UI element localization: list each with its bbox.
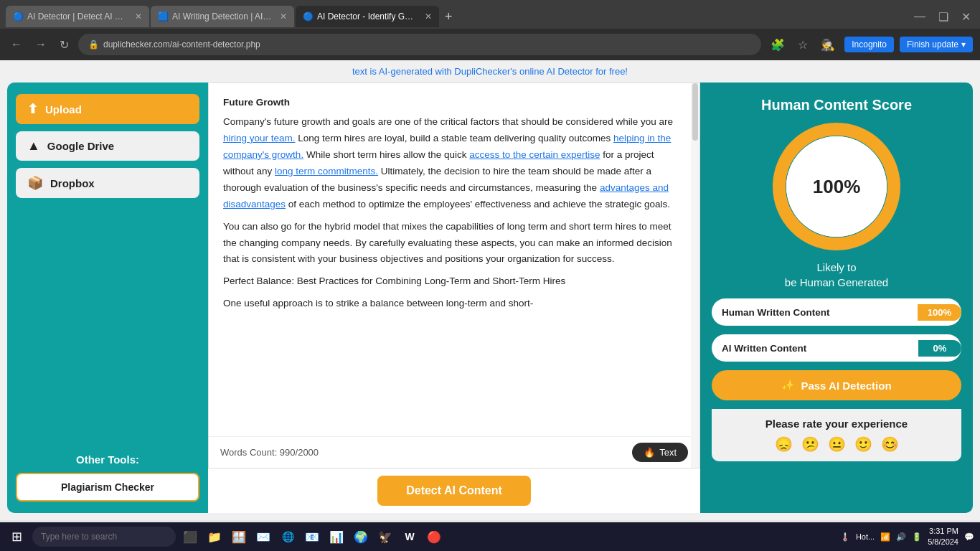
other-tools-label: Other Tools: xyxy=(16,453,199,466)
close-window-button[interactable]: ✕ xyxy=(958,9,974,25)
detect-ai-content-button[interactable]: Detect AI Content xyxy=(377,476,531,506)
back-button[interactable]: ← xyxy=(7,37,26,52)
network-icon: 📶 xyxy=(880,532,890,542)
google-drive-label: Google Drive xyxy=(47,140,114,152)
taskbar-search[interactable] xyxy=(32,527,176,547)
text-paragraph-2: You can also go for the hybrid model tha… xyxy=(223,219,685,268)
tab-3[interactable]: 🔵 AI Detector - Identify GPT3, G... ✕ xyxy=(296,6,439,27)
start-button[interactable]: ⊞ xyxy=(6,527,28,546)
excel-icon[interactable]: 📊 xyxy=(326,527,347,547)
score-title: Human Content Score xyxy=(712,97,961,113)
human-written-label: Human Written Content xyxy=(712,307,918,318)
dropbox-icon: 📦 xyxy=(27,175,43,191)
tab-1[interactable]: 🔵 AI Detector | Detect AI Conten... ✕ xyxy=(6,6,149,27)
rating-icons: 😞 😕 😐 🙂 😊 xyxy=(723,435,950,453)
rating-icon-5[interactable]: 😊 xyxy=(881,435,899,453)
human-written-bar: Human Written Content 100% xyxy=(712,298,961,326)
plagiarism-checker-button[interactable]: Plagiarism Checker xyxy=(16,473,199,501)
minimize-button[interactable]: — xyxy=(910,9,929,24)
temp-icon: 🌡️ xyxy=(840,532,850,542)
battery-icon: 🔋 xyxy=(912,532,922,542)
clock: 3:31 PM xyxy=(928,526,958,537)
text-panel: Future Growth Company's future growth an… xyxy=(208,83,700,468)
text-heading: Future Growth xyxy=(223,95,685,111)
tab-2[interactable]: 🟦 AI Writing Detection | AI Tools... ✕ xyxy=(151,6,294,27)
tab-3-favicon: 🔵 xyxy=(303,11,313,22)
finish-update-label: Finish update xyxy=(907,39,958,50)
outlook-icon[interactable]: 📧 xyxy=(302,527,322,547)
tool-area: ⬆ Upload ▲ Google Drive 📦 Dropbox Other … xyxy=(0,83,980,520)
rating-icon-1[interactable]: 😞 xyxy=(775,435,793,453)
store-icon[interactable]: 🪟 xyxy=(229,527,249,547)
maximize-button[interactable]: ❑ xyxy=(935,9,952,25)
rate-section: Please rate your experience 😞 😕 😐 🙂 😊 xyxy=(712,409,961,461)
left-sidebar: ⬆ Upload ▲ Google Drive 📦 Dropbox Other … xyxy=(7,83,208,513)
refresh-button[interactable]: ↻ xyxy=(56,37,72,53)
text-button[interactable]: 🔥 Text xyxy=(632,443,688,462)
text-paragraph-1: Company's future growth and goals are on… xyxy=(223,114,685,213)
star-button[interactable]: ☆ xyxy=(794,37,811,53)
time-display: 3:31 PM 5/8/2024 xyxy=(928,526,958,548)
incognito-icon-button[interactable]: 🕵️ xyxy=(817,37,839,53)
browser-chrome: 🔵 AI Detector | Detect AI Conten... ✕ 🟦 … xyxy=(0,0,980,60)
word-count: Words Count: 990/2000 xyxy=(220,447,319,458)
new-tab-button[interactable]: + xyxy=(440,9,457,24)
ai-written-score: 0% xyxy=(918,340,961,357)
rating-icon-3[interactable]: 😐 xyxy=(828,435,846,453)
rating-icon-4[interactable]: 🙂 xyxy=(854,435,872,453)
human-written-score: 100% xyxy=(918,304,961,321)
notification-icon[interactable]: 💬 xyxy=(964,532,974,542)
page-content: text is AI-generated with DupliChecker's… xyxy=(0,60,980,520)
tab-2-title: AI Writing Detection | AI Tools... xyxy=(172,11,273,22)
chevron-down-icon: ▾ xyxy=(961,39,966,50)
taskbar-right: 🌡️ Hot... 📶 🔊 🔋 3:31 PM 5/8/2024 💬 xyxy=(840,526,974,548)
volume-icon: 🔊 xyxy=(896,532,906,542)
upload-button[interactable]: ⬆ Upload xyxy=(16,94,199,124)
taskbar: ⊞ ⬛ 📁 🪟 ✉️ 🌐 📧 📊 🌍 🦅 W 🔴 🌡️ Hot... 📶 🔊 🔋… xyxy=(0,522,980,551)
lock-icon: 🔒 xyxy=(88,39,99,50)
score-value: 100% xyxy=(813,176,861,198)
mail-icon[interactable]: ✉️ xyxy=(253,527,273,547)
text-content-area[interactable]: Future Growth Company's future growth an… xyxy=(209,83,699,436)
donut-center: 100% xyxy=(813,176,861,198)
pass-ai-detection-button[interactable]: ✨ Pass AI Detection xyxy=(712,370,961,400)
tab-3-title: AI Detector - Identify GPT3, G... xyxy=(317,11,418,22)
tab-2-favicon: 🟦 xyxy=(158,11,168,22)
text-btn-label: Text xyxy=(659,447,677,458)
google-drive-button[interactable]: ▲ Google Drive xyxy=(16,131,199,161)
detect-btn-wrap: Detect AI Content xyxy=(208,468,700,513)
upload-label: Upload xyxy=(45,103,82,116)
finish-update-button[interactable]: Finish update ▾ xyxy=(900,37,973,52)
rate-title: Please rate your experience xyxy=(723,418,950,430)
task-view-icon[interactable]: ⬛ xyxy=(180,527,200,547)
forward-button[interactable]: → xyxy=(32,37,50,52)
word-icon[interactable]: W xyxy=(400,527,420,547)
dropbox-button[interactable]: 📦 Dropbox xyxy=(16,168,199,198)
antivirus-icon[interactable]: 🔴 xyxy=(424,527,444,547)
text-panel-wrapper: Future Growth Company's future growth an… xyxy=(208,83,700,513)
nav-right: 🧩 ☆ 🕵️ Incognito Finish update ▾ xyxy=(767,37,973,53)
browser-icon-2[interactable]: 🦅 xyxy=(375,527,395,547)
incognito-button[interactable]: Incognito xyxy=(844,37,894,52)
google-drive-icon: ▲ xyxy=(27,138,40,154)
tab-1-close[interactable]: ✕ xyxy=(135,11,142,22)
tab-1-title: AI Detector | Detect AI Conten... xyxy=(27,11,128,22)
banner-text: text is AI-generated with DupliChecker's… xyxy=(352,66,628,77)
tab-2-close[interactable]: ✕ xyxy=(280,11,287,22)
address-bar[interactable]: 🔒 duplichecker.com/ai-content-detector.p… xyxy=(78,34,761,55)
scrollbar-track[interactable] xyxy=(691,83,699,468)
scrollbar-thumb[interactable] xyxy=(692,83,698,141)
text-paragraph-4: One useful approach is to strike a balan… xyxy=(223,296,685,312)
ai-written-bar: AI Written Content 0% xyxy=(712,334,961,362)
date: 5/8/2024 xyxy=(928,537,958,547)
chrome-icon[interactable]: 🌍 xyxy=(351,527,371,547)
file-explorer-icon[interactable]: 📁 xyxy=(204,527,225,547)
banner-link[interactable]: text is AI-generated with DupliChecker's… xyxy=(352,66,628,77)
edge-icon[interactable]: 🌐 xyxy=(278,527,298,547)
rating-icon-2[interactable]: 😕 xyxy=(801,435,819,453)
ai-written-label: AI Written Content xyxy=(712,343,918,354)
extensions-button[interactable]: 🧩 xyxy=(767,37,788,53)
text-paragraph-3: Perfect Balance: Best Practices for Comb… xyxy=(223,273,685,290)
pass-btn-label: Pass AI Detection xyxy=(801,380,891,392)
tab-3-close[interactable]: ✕ xyxy=(425,11,432,22)
